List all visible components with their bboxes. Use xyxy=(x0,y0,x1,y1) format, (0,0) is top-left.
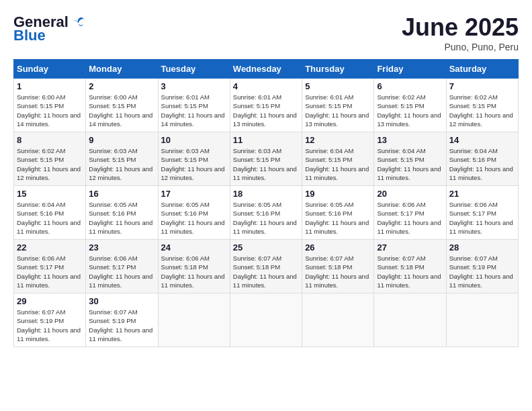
day-info: Sunrise: 6:07 AMSunset: 5:18 PMDaylight:… xyxy=(305,254,371,289)
calendar-day: 5 Sunrise: 6:01 AMSunset: 5:15 PMDayligh… xyxy=(302,79,374,132)
day-number: 13 xyxy=(377,135,443,145)
calendar-day: 6 Sunrise: 6:02 AMSunset: 5:15 PMDayligh… xyxy=(374,79,446,132)
header-tuesday: Tuesday xyxy=(158,60,230,79)
calendar-day: 4 Sunrise: 6:01 AMSunset: 5:15 PMDayligh… xyxy=(230,79,302,132)
calendar-day: 25 Sunrise: 6:07 AMSunset: 5:18 PMDaylig… xyxy=(230,240,302,293)
day-number: 14 xyxy=(449,135,515,145)
day-number: 27 xyxy=(377,242,443,253)
header-sunday: Sunday xyxy=(14,60,86,79)
calendar-day: 23 Sunrise: 6:06 AMSunset: 5:17 PMDaylig… xyxy=(86,240,158,293)
calendar-day: 20 Sunrise: 6:06 AMSunset: 5:17 PMDaylig… xyxy=(374,186,446,240)
day-info: Sunrise: 6:03 AMSunset: 5:15 PMDaylight:… xyxy=(161,146,227,182)
day-number: 22 xyxy=(17,242,83,253)
calendar-day-empty xyxy=(302,293,374,347)
day-info: Sunrise: 6:04 AMSunset: 5:16 PMDaylight:… xyxy=(17,200,83,236)
calendar-day: 8 Sunrise: 6:02 AMSunset: 5:15 PMDayligh… xyxy=(14,132,86,186)
calendar-day-empty xyxy=(158,293,230,347)
day-number: 28 xyxy=(449,242,515,253)
calendar-day-empty xyxy=(230,293,302,347)
calendar-week-row: 15 Sunrise: 6:04 AMSunset: 5:16 PMDaylig… xyxy=(14,186,519,240)
calendar-day: 10 Sunrise: 6:03 AMSunset: 5:15 PMDaylig… xyxy=(158,132,230,186)
day-number: 8 xyxy=(17,135,83,145)
calendar-day: 19 Sunrise: 6:05 AMSunset: 5:16 PMDaylig… xyxy=(302,186,374,240)
calendar-day: 14 Sunrise: 6:04 AMSunset: 5:16 PMDaylig… xyxy=(446,132,518,186)
day-number: 30 xyxy=(89,296,154,306)
day-number: 23 xyxy=(89,242,154,253)
calendar-day: 2 Sunrise: 6:00 AMSunset: 5:15 PMDayligh… xyxy=(86,79,158,132)
day-number: 12 xyxy=(305,135,371,145)
calendar-day: 7 Sunrise: 6:02 AMSunset: 5:15 PMDayligh… xyxy=(446,79,518,132)
calendar-day-empty xyxy=(374,293,446,347)
calendar-day: 12 Sunrise: 6:04 AMSunset: 5:15 PMDaylig… xyxy=(302,132,374,186)
day-info: Sunrise: 6:04 AMSunset: 5:16 PMDaylight:… xyxy=(449,146,515,182)
calendar-day: 11 Sunrise: 6:03 AMSunset: 5:15 PMDaylig… xyxy=(230,132,302,186)
day-info: Sunrise: 6:00 AMSunset: 5:15 PMDaylight:… xyxy=(17,93,83,128)
day-number: 9 xyxy=(89,135,154,145)
calendar-day: 30 Sunrise: 6:07 AMSunset: 5:19 PMDaylig… xyxy=(86,293,158,347)
day-number: 21 xyxy=(449,189,515,199)
day-info: Sunrise: 6:02 AMSunset: 5:15 PMDaylight:… xyxy=(377,93,443,128)
calendar-day: 27 Sunrise: 6:07 AMSunset: 5:18 PMDaylig… xyxy=(374,240,446,293)
day-info: Sunrise: 6:06 AMSunset: 5:17 PMDaylight:… xyxy=(17,254,83,289)
day-number: 2 xyxy=(89,81,154,91)
calendar-day: 17 Sunrise: 6:05 AMSunset: 5:16 PMDaylig… xyxy=(158,186,230,240)
day-info: Sunrise: 6:04 AMSunset: 5:15 PMDaylight:… xyxy=(377,146,443,182)
day-number: 18 xyxy=(233,189,299,199)
calendar-week-row: 29 Sunrise: 6:07 AMSunset: 5:19 PMDaylig… xyxy=(14,293,519,347)
logo: General Blue xyxy=(13,13,86,44)
calendar-day: 21 Sunrise: 6:06 AMSunset: 5:17 PMDaylig… xyxy=(446,186,518,240)
calendar-day: 22 Sunrise: 6:06 AMSunset: 5:17 PMDaylig… xyxy=(14,240,86,293)
calendar-day-empty xyxy=(446,293,518,347)
calendar-title: June 2025 xyxy=(402,13,519,42)
day-info: Sunrise: 6:07 AMSunset: 5:19 PMDaylight:… xyxy=(449,254,515,289)
day-info: Sunrise: 6:05 AMSunset: 5:16 PMDaylight:… xyxy=(161,200,227,236)
day-number: 20 xyxy=(377,189,443,199)
logo-bird-icon xyxy=(71,15,86,30)
day-info: Sunrise: 6:01 AMSunset: 5:15 PMDaylight:… xyxy=(233,93,299,128)
day-info: Sunrise: 6:02 AMSunset: 5:15 PMDaylight:… xyxy=(17,146,83,182)
calendar-day: 3 Sunrise: 6:01 AMSunset: 5:15 PMDayligh… xyxy=(158,79,230,132)
day-number: 11 xyxy=(233,135,299,145)
day-info: Sunrise: 6:06 AMSunset: 5:17 PMDaylight:… xyxy=(377,200,443,236)
day-number: 10 xyxy=(161,135,227,145)
calendar-day: 1 Sunrise: 6:00 AMSunset: 5:15 PMDayligh… xyxy=(14,79,86,132)
calendar-day: 9 Sunrise: 6:03 AMSunset: 5:15 PMDayligh… xyxy=(86,132,158,186)
calendar-day: 24 Sunrise: 6:06 AMSunset: 5:18 PMDaylig… xyxy=(158,240,230,293)
day-info: Sunrise: 6:03 AMSunset: 5:15 PMDaylight:… xyxy=(89,146,154,182)
day-number: 26 xyxy=(305,242,371,253)
day-number: 29 xyxy=(17,296,83,306)
day-info: Sunrise: 6:01 AMSunset: 5:15 PMDaylight:… xyxy=(305,93,371,128)
day-info: Sunrise: 6:00 AMSunset: 5:15 PMDaylight:… xyxy=(89,93,154,128)
day-info: Sunrise: 6:01 AMSunset: 5:15 PMDaylight:… xyxy=(161,93,227,128)
day-info: Sunrise: 6:04 AMSunset: 5:15 PMDaylight:… xyxy=(305,146,371,182)
day-info: Sunrise: 6:05 AMSunset: 5:16 PMDaylight:… xyxy=(89,200,154,236)
calendar-day: 13 Sunrise: 6:04 AMSunset: 5:15 PMDaylig… xyxy=(374,132,446,186)
calendar-week-row: 1 Sunrise: 6:00 AMSunset: 5:15 PMDayligh… xyxy=(14,79,519,132)
calendar-subtitle: Puno, Puno, Peru xyxy=(402,42,519,52)
day-info: Sunrise: 6:03 AMSunset: 5:15 PMDaylight:… xyxy=(233,146,299,182)
calendar-day: 16 Sunrise: 6:05 AMSunset: 5:16 PMDaylig… xyxy=(86,186,158,240)
day-info: Sunrise: 6:05 AMSunset: 5:16 PMDaylight:… xyxy=(305,200,371,236)
weekday-header-row: Sunday Monday Tuesday Wednesday Thursday… xyxy=(14,60,519,79)
header-monday: Monday xyxy=(86,60,158,79)
header: General Blue June 2025 Puno, Puno, Peru xyxy=(13,13,519,52)
day-number: 7 xyxy=(449,81,515,91)
day-info: Sunrise: 6:07 AMSunset: 5:19 PMDaylight:… xyxy=(17,308,83,343)
day-number: 24 xyxy=(161,242,227,253)
calendar-week-row: 22 Sunrise: 6:06 AMSunset: 5:17 PMDaylig… xyxy=(14,240,519,293)
header-saturday: Saturday xyxy=(446,60,518,79)
day-number: 1 xyxy=(17,81,83,91)
day-info: Sunrise: 6:06 AMSunset: 5:17 PMDaylight:… xyxy=(89,254,154,289)
calendar-day: 26 Sunrise: 6:07 AMSunset: 5:18 PMDaylig… xyxy=(302,240,374,293)
calendar-day: 29 Sunrise: 6:07 AMSunset: 5:19 PMDaylig… xyxy=(14,293,86,347)
day-info: Sunrise: 6:05 AMSunset: 5:16 PMDaylight:… xyxy=(233,200,299,236)
header-wednesday: Wednesday xyxy=(230,60,302,79)
day-number: 17 xyxy=(161,189,227,199)
calendar-week-row: 8 Sunrise: 6:02 AMSunset: 5:15 PMDayligh… xyxy=(14,132,519,186)
day-number: 3 xyxy=(161,81,227,91)
day-info: Sunrise: 6:06 AMSunset: 5:17 PMDaylight:… xyxy=(449,200,515,236)
day-number: 5 xyxy=(305,81,371,91)
day-info: Sunrise: 6:07 AMSunset: 5:18 PMDaylight:… xyxy=(377,254,443,289)
header-thursday: Thursday xyxy=(302,60,374,79)
calendar-day: 28 Sunrise: 6:07 AMSunset: 5:19 PMDaylig… xyxy=(446,240,518,293)
